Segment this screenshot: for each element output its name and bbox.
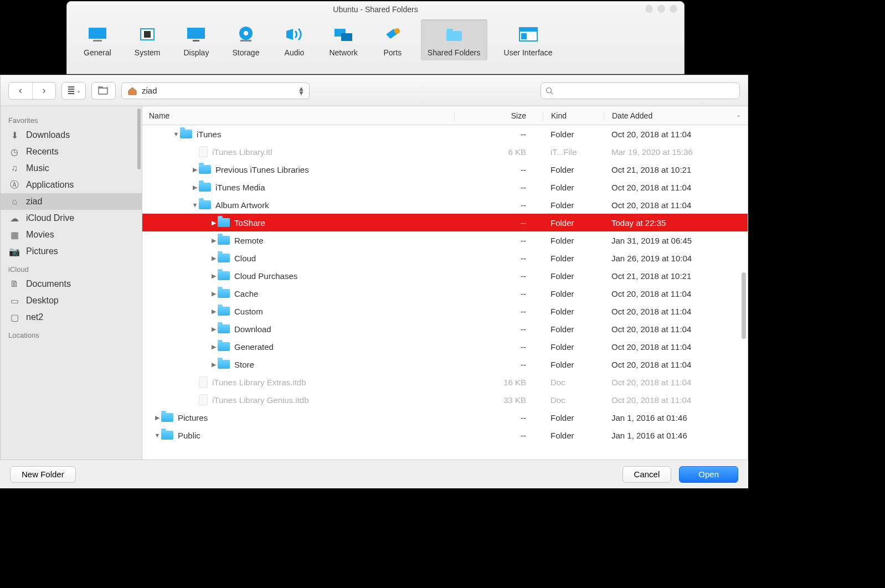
- file-row[interactable]: ▶Remote--FolderJan 31, 2019 at 06:45: [142, 231, 748, 249]
- col-kind[interactable]: Kind: [543, 111, 604, 120]
- file-kind: Doc: [543, 395, 604, 405]
- tab-system[interactable]: System: [128, 19, 167, 60]
- tab-icon: [234, 23, 258, 46]
- tab-icon: [86, 23, 109, 46]
- disclosure-triangle-icon[interactable]: ▶: [210, 343, 218, 350]
- disclosure-triangle-icon[interactable]: ▼: [191, 202, 199, 208]
- file-row[interactable]: iTunes Library.itl6 KBiT...FileMar 19, 2…: [142, 143, 748, 161]
- tab-label: Network: [329, 48, 357, 57]
- file-date: Oct 20, 2018 at 11:04: [604, 200, 748, 210]
- vb-title: Ubuntu - Shared Folders: [333, 5, 418, 14]
- back-button[interactable]: ‹: [9, 82, 32, 99]
- tab-display[interactable]: Display: [177, 19, 216, 60]
- disclosure-triangle-icon[interactable]: ▼: [172, 131, 180, 137]
- sidebar-item-ziad[interactable]: ⌂ziad: [1, 193, 142, 210]
- disclosure-triangle-icon[interactable]: ▶: [210, 237, 218, 244]
- file-date: Oct 21, 2018 at 10:21: [604, 271, 748, 281]
- forward-button[interactable]: ›: [32, 82, 55, 99]
- svg-rect-8: [240, 40, 251, 42]
- svg-rect-3: [144, 31, 151, 38]
- file-scrollbar[interactable]: [742, 272, 746, 339]
- cancel-button[interactable]: Cancel: [622, 466, 672, 483]
- path-selector[interactable]: ziad ▲▼: [121, 82, 310, 99]
- sidebar-item-movies[interactable]: ▦Movies: [1, 226, 142, 243]
- file-row[interactable]: ▶Cloud--FolderJan 26, 2019 at 10:04: [142, 249, 748, 267]
- file-icon: [199, 376, 208, 388]
- tab-label: Shared Folders: [428, 48, 481, 57]
- col-date[interactable]: Date Added⌄: [604, 111, 748, 120]
- disclosure-triangle-icon[interactable]: ▶: [191, 184, 199, 191]
- search-field[interactable]: [541, 82, 740, 99]
- sidebar-scrollbar[interactable]: [137, 109, 141, 169]
- close-button[interactable]: [670, 5, 677, 13]
- search-input[interactable]: [557, 86, 735, 95]
- view-mode[interactable]: ≣⌄: [61, 82, 86, 100]
- sidebar-item-recents[interactable]: ◷Recents: [1, 143, 142, 160]
- file-row[interactable]: ▶Store--FolderOct 20, 2018 at 11:04: [142, 355, 748, 373]
- svg-rect-4: [187, 28, 205, 39]
- folder-icon: [218, 324, 230, 333]
- file-kind: Folder: [543, 324, 604, 334]
- disclosure-triangle-icon[interactable]: ▶: [210, 255, 218, 262]
- disclosure-triangle-icon[interactable]: ▶: [210, 272, 218, 280]
- tab-ports[interactable]: Ports: [374, 19, 411, 60]
- tab-general[interactable]: General: [77, 19, 118, 60]
- list-view-icon[interactable]: ≣⌄: [62, 82, 85, 99]
- disclosure-triangle-icon[interactable]: ▶: [153, 414, 161, 421]
- folder-plus-icon[interactable]: +: [92, 82, 115, 99]
- file-kind: Folder: [543, 165, 604, 174]
- tab-shared-folders[interactable]: Shared Folders: [421, 19, 487, 60]
- sidebar-item-icloud-drive[interactable]: ☁iCloud Drive: [1, 210, 142, 226]
- tab-label: Storage: [232, 48, 259, 57]
- file-row[interactable]: ▶Cache--FolderOct 20, 2018 at 11:04: [142, 285, 748, 302]
- disclosure-triangle-icon[interactable]: ▶: [210, 361, 218, 368]
- col-size[interactable]: Size: [454, 111, 543, 120]
- tab-storage[interactable]: Storage: [225, 19, 266, 60]
- file-name: Public: [178, 431, 200, 440]
- open-button[interactable]: Open: [679, 466, 738, 483]
- sidebar-item-applications[interactable]: ⒶApplications: [1, 177, 142, 193]
- file-icon: [199, 394, 208, 405]
- file-row[interactable]: ▼Public--FolderJan 1, 2016 at 01:46: [142, 426, 748, 444]
- tab-label: Audio: [285, 48, 305, 57]
- disclosure-triangle-icon[interactable]: ▶: [210, 290, 218, 297]
- col-name[interactable]: Name: [142, 111, 454, 120]
- sidebar-item-music[interactable]: ♫Music: [1, 160, 142, 177]
- file-row[interactable]: iTunes Library Genius.itdb33 KBDocOct 20…: [142, 391, 748, 409]
- apps-icon: Ⓐ: [8, 180, 20, 190]
- file-row[interactable]: ▶ToShare--FolderToday at 22:35: [142, 214, 748, 231]
- sidebar-item-downloads[interactable]: ⬇Downloads: [1, 127, 142, 143]
- disclosure-triangle-icon[interactable]: ▶: [210, 308, 218, 315]
- zoom-button[interactable]: [657, 5, 665, 13]
- file-row[interactable]: ▼Album Artwork--FolderOct 20, 2018 at 11…: [142, 196, 748, 214]
- new-folder-button[interactable]: New Folder: [10, 466, 76, 483]
- svg-rect-0: [89, 28, 106, 39]
- disclosure-triangle-icon[interactable]: ▶: [210, 219, 218, 226]
- sidebar-item-desktop[interactable]: ▭Desktop: [1, 292, 142, 309]
- tab-user-interface[interactable]: User Interface: [497, 19, 559, 60]
- chooser-footer: New Folder Cancel Open: [0, 460, 748, 488]
- tab-audio[interactable]: Audio: [276, 19, 312, 60]
- sidebar-item-documents[interactable]: 🗎Documents: [1, 276, 142, 292]
- file-row[interactable]: ▶Previous iTunes Libraries--FolderOct 21…: [142, 161, 748, 178]
- sidebar-item-pictures[interactable]: 📷Pictures: [1, 243, 142, 260]
- file-row[interactable]: ▶Cloud Purchases--FolderOct 21, 2018 at …: [142, 267, 748, 285]
- tab-network[interactable]: Network: [322, 19, 364, 60]
- file-row[interactable]: ▶iTunes Media--FolderOct 20, 2018 at 11:…: [142, 178, 748, 196]
- sidebar-item-net2[interactable]: ▢net2: [1, 309, 142, 326]
- disclosure-triangle-icon[interactable]: ▶: [191, 166, 199, 173]
- sidebar-item-label: Applications: [26, 180, 74, 190]
- group-button[interactable]: +: [91, 82, 116, 100]
- file-row[interactable]: ▶Download--FolderOct 20, 2018 at 11:04: [142, 320, 748, 338]
- svg-text:+: +: [106, 86, 109, 91]
- svg-point-11: [394, 28, 400, 34]
- minimize-button[interactable]: [645, 5, 653, 13]
- file-row[interactable]: ▶Custom--FolderOct 20, 2018 at 11:04: [142, 302, 748, 320]
- file-row[interactable]: iTunes Library Extras.itdb16 KBDocOct 20…: [142, 373, 748, 391]
- file-row[interactable]: ▶Pictures--FolderJan 1, 2016 at 01:46: [142, 409, 748, 426]
- file-size: --: [454, 413, 543, 422]
- file-row[interactable]: ▼iTunes--FolderOct 20, 2018 at 11:04: [142, 125, 748, 143]
- disclosure-triangle-icon[interactable]: ▼: [153, 432, 161, 439]
- file-row[interactable]: ▶Generated--FolderOct 20, 2018 at 11:04: [142, 338, 748, 355]
- disclosure-triangle-icon[interactable]: ▶: [210, 326, 218, 333]
